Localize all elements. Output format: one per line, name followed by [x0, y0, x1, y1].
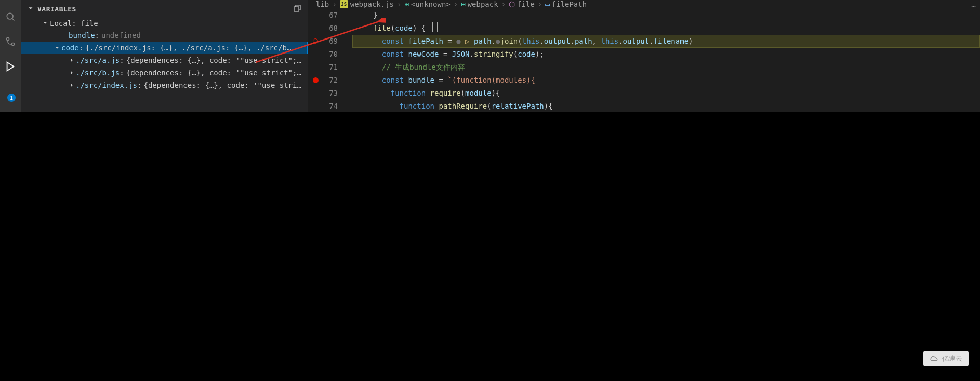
activity-bar: 1 [0, 0, 21, 112]
svg-marker-4 [7, 62, 14, 71]
line-number: 68 [308, 22, 338, 35]
chevron-right-icon: › [538, 0, 542, 8]
var-bundle[interactable]: bundle: undefined [21, 29, 308, 42]
line-number: 73 [308, 87, 338, 100]
chevron-down-icon [53, 44, 61, 51]
chevron-down-icon [42, 19, 49, 28]
svg-line-1 [12, 19, 15, 21]
namespace-icon: ⊞ [461, 0, 465, 8]
breadcrumb-unknown[interactable]: ⊞ <unknown> [404, 0, 450, 8]
js-icon: JS [340, 0, 348, 8]
chevron-down-icon [27, 5, 34, 14]
watermark: 亿速云 [923, 351, 969, 366]
breadcrumb-lib[interactable]: lib [316, 0, 329, 8]
scope-label: Local: file [50, 19, 98, 28]
namespace-icon: ⊞ [404, 0, 408, 8]
source-control-icon[interactable] [4, 35, 17, 48]
search-icon[interactable] [4, 10, 17, 23]
chevron-right-icon [68, 82, 76, 89]
breakpoint-icon[interactable] [313, 77, 319, 83]
breadcrumb-webpack[interactable]: ⊞ webpack [461, 0, 498, 8]
chevron-right-icon: › [397, 0, 401, 8]
code-line: function require(module){ [352, 87, 980, 100]
code-line-current: const filePath = ● ▷ path.●join(this.out… [352, 35, 980, 48]
code-line: const newCode = JSON.stringify(code); [352, 48, 980, 61]
code-line: // 生成bundle文件内容 [352, 61, 980, 74]
line-number: 69 [308, 35, 338, 48]
line-gutter[interactable]: 67 68 69 70 71 72 73 74 [308, 9, 352, 113]
code-line: const bundle = `(function(modules){ [352, 74, 980, 87]
svg-point-3 [12, 43, 15, 46]
cloud-icon [930, 354, 939, 363]
code-line: function pathRequire(relativePath){ [352, 100, 980, 113]
svg-point-2 [7, 38, 9, 41]
scope-local[interactable]: Local: file [21, 18, 308, 29]
svg-point-0 [7, 13, 13, 19]
collapse-all-icon[interactable] [293, 4, 301, 14]
chevron-right-icon [68, 69, 76, 76]
breadcrumb-method[interactable]: ⬡ file [509, 0, 535, 8]
breakpoint-unverified-icon[interactable] [313, 38, 318, 44]
code-line: file(code) { [352, 22, 980, 35]
line-number: 67 [308, 9, 338, 22]
breadcrumb-variable[interactable]: ▭ filePath [545, 0, 587, 8]
svg-rect-5 [294, 7, 299, 11]
editor: lib › JS webpack.js › ⊞ <unknown> › ⊞ we… [308, 0, 980, 112]
line-number: 72 [308, 74, 338, 87]
debug-icon[interactable] [4, 60, 17, 73]
var-code[interactable]: code: {./src/index.js: {…}, ./src/a.js: … [21, 42, 308, 54]
panel-title: VARIABLES [37, 5, 293, 13]
variables-panel: VARIABLES Local: file bundle: undefined … [21, 0, 308, 112]
variables-header[interactable]: VARIABLES [21, 0, 308, 18]
var-child-a[interactable]: ./src/a.js: {dependences: {…}, code: '"u… [21, 54, 308, 67]
code-line: } [352, 9, 980, 22]
line-number: 71 [308, 61, 338, 74]
chevron-right-icon: › [454, 0, 458, 8]
var-child-index[interactable]: ./src/index.js: {dependences: {…}, code:… [21, 79, 308, 91]
var-child-b[interactable]: ./src/b.js: {dependences: {…}, code: '"u… [21, 67, 308, 79]
method-icon: ⬡ [509, 0, 515, 8]
activity-badge: 1 [7, 94, 16, 102]
variable-icon: ▭ [545, 0, 549, 8]
chevron-right-icon: › [332, 0, 336, 8]
cropped-area [0, 112, 980, 381]
breadcrumb[interactable]: lib › JS webpack.js › ⊞ <unknown> › ⊞ we… [308, 0, 980, 9]
chevron-right-icon: › [501, 0, 506, 8]
code-content[interactable]: } file(code) { const filePath = ● ▷ path… [352, 9, 980, 113]
line-number: 70 [308, 48, 338, 61]
line-number: 74 [308, 100, 338, 113]
breadcrumb-file[interactable]: JS webpack.js [340, 0, 394, 8]
chevron-right-icon [68, 57, 76, 64]
